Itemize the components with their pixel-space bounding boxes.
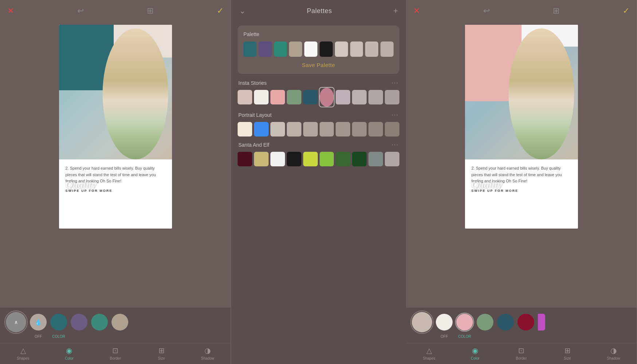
right-close-icon[interactable]: ✕: [413, 6, 420, 16]
chevron-up-icon: ∧: [14, 319, 18, 325]
left-nav-shapes[interactable]: △ Shapes: [12, 346, 34, 360]
right-color-extra[interactable]: [538, 314, 545, 331]
insta-stories-swatches: [238, 90, 399, 107]
swatch-gray1[interactable]: [335, 41, 348, 57]
undo-icon[interactable]: ↩: [77, 6, 84, 16]
right-nav-border[interactable]: ⊡ Border: [510, 346, 532, 360]
insta-swatch-7[interactable]: [352, 90, 367, 104]
santa-swatch-0[interactable]: [238, 152, 252, 166]
insta-swatch-2[interactable]: [270, 90, 285, 104]
left-nav-shadow[interactable]: ◑ Shadow: [197, 346, 219, 360]
portrait-swatch-5[interactable]: [320, 122, 334, 136]
insta-swatch-0[interactable]: [238, 90, 252, 104]
santa-swatch-1[interactable]: [254, 152, 269, 166]
swatch-white[interactable]: [304, 41, 317, 57]
middle-palette-panel: ⌄ Palettes + Palette Save Palette: [231, 0, 406, 364]
left-color-drop[interactable]: 💧: [30, 314, 47, 331]
left-color-beige[interactable]: [112, 314, 128, 331]
santa-swatch-9[interactable]: [385, 152, 399, 166]
santa-elf-menu[interactable]: ···: [392, 142, 399, 148]
insta-swatch-6[interactable]: [336, 90, 350, 104]
right-layers-icon[interactable]: ⊞: [553, 6, 559, 16]
layers-icon[interactable]: ⊞: [147, 6, 153, 16]
left-color-purple[interactable]: [71, 314, 87, 331]
insta-stories-menu[interactable]: ···: [392, 80, 399, 86]
left-script-title: Quality: [66, 179, 96, 190]
portrait-swatch-0[interactable]: [238, 122, 252, 136]
swatch-purple[interactable]: [259, 41, 272, 57]
portrait-layout-menu[interactable]: ···: [392, 112, 399, 118]
insta-swatch-3[interactable]: [287, 90, 301, 104]
santa-swatch-7[interactable]: [352, 152, 367, 166]
right-color-green[interactable]: [477, 314, 493, 331]
swatch-teal[interactable]: [243, 41, 257, 57]
insta-swatch-8[interactable]: [368, 90, 383, 104]
left-color-labels: OFF COLOR: [6, 335, 225, 339]
portrait-swatch-6[interactable]: [336, 122, 350, 136]
left-nav-border[interactable]: ⊡ Border: [104, 346, 126, 360]
right-color-white[interactable]: [436, 314, 453, 331]
swatch-gray2[interactable]: [350, 41, 363, 57]
left-active-circle[interactable]: ∧: [6, 312, 26, 332]
right-size-icon: ⊞: [564, 346, 571, 355]
right-confirm-icon[interactable]: ✓: [623, 6, 629, 16]
portrait-swatch-1[interactable]: [254, 122, 269, 136]
left-label-color: COLOR: [50, 335, 67, 339]
insta-swatch-4[interactable]: [303, 90, 318, 104]
right-active-circle[interactable]: [412, 312, 432, 332]
portrait-swatch-9[interactable]: [385, 122, 399, 136]
right-color-teal[interactable]: [497, 314, 514, 331]
santa-elf-section: Santa And Elf ···: [238, 142, 399, 166]
left-color-toolbar: ∧ 💧 OFF COLOR: [0, 308, 231, 343]
santa-swatch-8[interactable]: [368, 152, 383, 166]
left-top-bar: ✕ ↩ ⊞ ✓: [0, 0, 231, 22]
border-label: Border: [110, 356, 121, 360]
santa-swatch-2[interactable]: [270, 152, 285, 166]
right-color-pink[interactable]: [456, 314, 473, 331]
portrait-swatch-7[interactable]: [352, 122, 367, 136]
portrait-swatch-3[interactable]: [287, 122, 301, 136]
swatch-gray3[interactable]: [365, 41, 378, 57]
right-bottom-nav: △ Shapes ◉ Color ⊡ Border ⊞ Size ◑ Shado…: [406, 343, 637, 364]
right-undo-icon[interactable]: ↩: [483, 6, 490, 16]
insta-swatch-9[interactable]: [385, 90, 399, 104]
save-palette-button[interactable]: Save Palette: [243, 62, 394, 68]
shapes-label: Shapes: [17, 356, 29, 360]
portrait-swatch-2[interactable]: [270, 122, 285, 136]
portrait-layout-name: Portrait Layout: [238, 112, 271, 118]
right-shapes-icon: △: [426, 346, 432, 355]
right-nav-size[interactable]: ⊞ Size: [556, 346, 578, 360]
right-design-card: Quality 2. Spend your hard earned bills …: [465, 25, 578, 229]
left-color-teal[interactable]: [50, 314, 67, 331]
left-color-teal2[interactable]: [91, 314, 108, 331]
swatch-teal2[interactable]: [274, 41, 287, 57]
left-nav-size[interactable]: ⊞ Size: [151, 346, 172, 360]
santa-swatch-5[interactable]: [320, 152, 334, 166]
swatch-black[interactable]: [320, 41, 333, 57]
right-nav-shapes[interactable]: △ Shapes: [418, 346, 440, 360]
right-shadow-icon: ◑: [610, 346, 617, 355]
right-nav-shadow[interactable]: ◑ Shadow: [603, 346, 625, 360]
right-panel: ✕ ↩ ⊞ ✓ Quality 2. Spend your hard earne…: [406, 0, 637, 364]
right-color-icon: ◉: [472, 346, 478, 355]
collapse-icon[interactable]: ⌄: [239, 6, 246, 16]
right-nav-color[interactable]: ◉ Color: [464, 346, 486, 360]
insta-swatch-5[interactable]: [320, 88, 334, 107]
close-icon[interactable]: ✕: [7, 6, 14, 16]
right-border-label: Border: [516, 356, 527, 360]
portrait-swatch-4[interactable]: [303, 122, 318, 136]
left-nav-color[interactable]: ◉ Color: [58, 346, 80, 360]
portrait-swatch-8[interactable]: [368, 122, 383, 136]
right-color-label-nav: Color: [471, 356, 480, 360]
santa-swatch-6[interactable]: [336, 152, 350, 166]
insta-swatch-1[interactable]: [254, 90, 269, 104]
left-canvas-area: Quality 2. Spend your hard earned bills …: [0, 22, 231, 308]
swatch-beige[interactable]: [289, 41, 302, 57]
right-color-darkred[interactable]: [517, 314, 534, 331]
add-palette-icon[interactable]: +: [393, 6, 398, 16]
santa-swatch-4[interactable]: [303, 152, 318, 166]
confirm-icon[interactable]: ✓: [217, 6, 223, 16]
santa-swatch-3[interactable]: [287, 152, 301, 166]
swatch-gray4[interactable]: [380, 41, 394, 57]
palette-section-title: Palette: [243, 31, 394, 37]
